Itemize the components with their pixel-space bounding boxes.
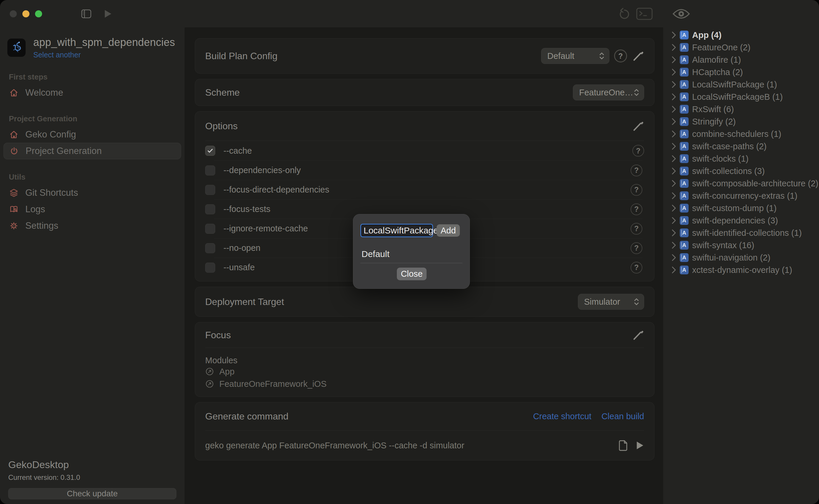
option-help-button[interactable]: ?	[631, 223, 642, 235]
package-row-alamofire[interactable]: A Alamofire (1)	[672, 54, 819, 66]
copy-command-button[interactable]	[618, 439, 629, 452]
option-help-button[interactable]: ?	[631, 242, 642, 254]
chevron-right-icon[interactable]	[672, 241, 676, 249]
chevron-right-icon[interactable]	[672, 93, 676, 101]
close-dialog-button[interactable]: Close	[397, 268, 427, 280]
package-row-localswiftpackage[interactable]: A LocalSwiftPackage (1)	[672, 78, 819, 91]
chevron-right-icon[interactable]	[672, 266, 676, 274]
chevron-right-icon[interactable]	[672, 118, 676, 125]
chevron-right-icon[interactable]	[672, 204, 676, 212]
undo-icon	[618, 7, 631, 20]
option-help-button[interactable]: ?	[631, 262, 642, 273]
package-row-swiftui-navigation[interactable]: A swiftui-navigation (2)	[672, 251, 819, 264]
terminal-button[interactable]	[636, 8, 653, 20]
ignore-remote-cache-checkbox[interactable]	[205, 224, 215, 234]
book-letter: A	[682, 118, 686, 125]
new-config-input[interactable]: LocalSwiftPackage	[360, 224, 433, 237]
run-command-button[interactable]	[636, 441, 644, 450]
option-help-button[interactable]: ?	[632, 145, 644, 157]
traffic-lights	[0, 10, 42, 17]
package-row-swift-syntax[interactable]: A swift-syntax (16)	[672, 239, 819, 251]
question-icon: ?	[634, 263, 639, 272]
cache-checkbox[interactable]	[205, 146, 215, 156]
chevron-right-icon[interactable]	[672, 31, 676, 39]
modules-label: Modules	[195, 348, 654, 365]
chevron-right-icon[interactable]	[672, 81, 676, 88]
build-plan-edit-button[interactable]	[632, 49, 644, 63]
sidebar-item-label: Logs	[25, 204, 45, 215]
chevron-right-icon[interactable]	[672, 192, 676, 200]
option-help-button[interactable]: ?	[631, 165, 642, 176]
package-row-stringify[interactable]: A Stringify (2)	[672, 115, 819, 128]
package-row-swift-concurrency-extras[interactable]: A swift-concurrency-extras (1)	[672, 190, 819, 202]
zoom-window-button[interactable]	[35, 10, 42, 17]
option-help-button[interactable]: ?	[631, 184, 642, 196]
package-row-rxswift[interactable]: A RxSwift (6)	[672, 103, 819, 115]
unsafe-checkbox[interactable]	[205, 263, 215, 273]
package-row-xctest-dynamic-overlay[interactable]: A xctest-dynamic-overlay (1)	[672, 264, 819, 276]
chevron-right-icon[interactable]	[672, 229, 676, 237]
package-row-swift-composable-architecture[interactable]: A swift-composable-architecture (2)	[672, 177, 819, 190]
reset-button[interactable]	[618, 7, 631, 20]
sidebar-item-project-generation[interactable]: Project Generation	[4, 143, 181, 159]
chevron-right-icon[interactable]	[672, 56, 676, 64]
package-row-swift-identified-collections[interactable]: A swift-identified-collections (1)	[672, 227, 819, 239]
build-plan-config-title: Build Plan Config	[205, 51, 277, 62]
package-row-swift-collections[interactable]: A swift-collections (3)	[672, 165, 819, 177]
book-letter: A	[682, 44, 686, 51]
dependencies-only-checkbox[interactable]	[205, 165, 215, 175]
check-update-button[interactable]: Check update	[8, 488, 176, 499]
deployment-target-title: Deployment Target	[205, 296, 284, 307]
add-config-button[interactable]: Add	[437, 224, 460, 237]
deployment-target-select[interactable]: Simulator	[578, 294, 644, 310]
chevron-right-icon[interactable]	[672, 142, 676, 150]
package-row-swift-case-paths[interactable]: A swift-case-paths (2)	[672, 140, 819, 152]
package-row-swift-custom-dump[interactable]: A swift-custom-dump (1)	[672, 202, 819, 214]
package-row-featureone[interactable]: A FeatureOne (2)	[672, 41, 819, 54]
close-window-button[interactable]	[10, 10, 17, 17]
minimize-window-button[interactable]	[22, 10, 29, 17]
chevron-right-icon[interactable]	[672, 167, 676, 175]
config-list-item-default[interactable]: Default	[362, 249, 389, 259]
chevron-right-icon[interactable]	[672, 254, 676, 261]
sidebar-item-welcome[interactable]: Welcome	[4, 84, 181, 101]
chevron-right-icon[interactable]	[672, 155, 676, 163]
sidebar-item-settings[interactable]: Settings	[4, 218, 181, 234]
build-plan-config-select[interactable]: Default	[541, 48, 609, 64]
option-help-button[interactable]: ?	[631, 203, 642, 215]
options-edit-button[interactable]	[632, 120, 644, 133]
package-row-combine-schedulers[interactable]: A combine-schedulers (1)	[672, 128, 819, 140]
create-shortcut-link[interactable]: Create shortcut	[533, 412, 591, 421]
no-open-checkbox[interactable]	[205, 243, 215, 253]
scheme-title: Scheme	[205, 87, 240, 98]
package-book-icon: A	[680, 43, 689, 52]
package-label: swift-clocks (1)	[692, 154, 749, 164]
build-plan-help-button[interactable]: ?	[614, 49, 627, 62]
select-another-link[interactable]: Select another	[33, 51, 175, 59]
focus-edit-button[interactable]	[632, 329, 644, 342]
package-row-swift-clocks[interactable]: A swift-clocks (1)	[672, 152, 819, 165]
sidebar-item-geko-config[interactable]: Geko Config	[4, 126, 181, 143]
toggle-sidebar-button[interactable]	[81, 9, 91, 18]
sidebar-item-logs[interactable]: Logs	[4, 201, 181, 218]
chevron-right-icon[interactable]	[672, 68, 676, 76]
option-row-focus-direct-dependencies: --focus-direct-dependencies ?	[214, 180, 642, 199]
chevron-right-icon[interactable]	[672, 180, 676, 187]
preview-button[interactable]	[672, 8, 690, 20]
clean-build-link[interactable]: Clean build	[601, 412, 644, 421]
chevron-right-icon[interactable]	[672, 44, 676, 51]
package-row-swift-dependencies[interactable]: A swift-dependencies (3)	[672, 214, 819, 227]
chevron-right-icon[interactable]	[672, 217, 676, 224]
pencil-icon	[632, 49, 644, 62]
package-row-localswiftpackageb[interactable]: A LocalSwiftPackageB (1)	[672, 91, 819, 103]
focus-tests-checkbox[interactable]	[205, 204, 215, 214]
chevron-right-icon[interactable]	[672, 130, 676, 138]
package-book-icon: A	[680, 105, 689, 114]
focus-direct-dependencies-checkbox[interactable]	[205, 185, 215, 195]
scheme-select[interactable]: FeatureOne…	[573, 84, 644, 100]
sidebar-item-git-shortcuts[interactable]: Git Shortcuts	[4, 185, 181, 201]
package-row-app[interactable]: A App (4)	[672, 29, 819, 41]
package-row-hcaptcha[interactable]: A HCaptcha (2)	[672, 66, 819, 78]
chevron-right-icon[interactable]	[672, 105, 676, 113]
run-generation-button[interactable]	[104, 9, 112, 18]
